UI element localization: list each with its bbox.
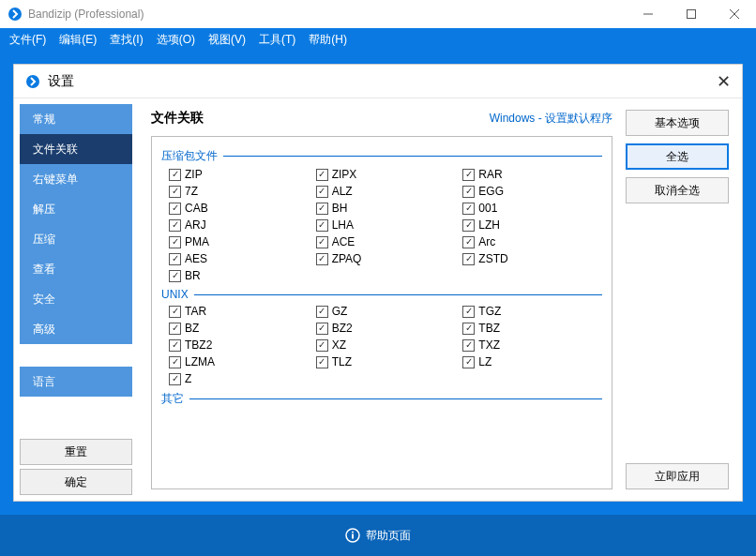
file-assoc-list[interactable]: 压缩包文件ZIPZIPXRAR7ZALZEGGCABBH001ARJLHALZH…	[151, 136, 612, 489]
ok-button[interactable]: 确定	[20, 469, 132, 495]
checkbox-label: LZH	[478, 218, 500, 232]
content-main: 文件关联 Windows - 设置默认程序 压缩包文件ZIPZIPXRAR7ZA…	[151, 110, 612, 489]
checkbox-item[interactable]: ACE	[316, 235, 456, 248]
main-area: 设置 ✕ 常规文件关联右键菜单解压压缩查看安全高级语言 重置 确定 文件关联 W…	[0, 51, 756, 515]
dialog-icon	[25, 74, 40, 89]
checkbox-item[interactable]: TLZ	[316, 355, 456, 368]
dialog-close-button[interactable]: ✕	[717, 71, 731, 92]
checkbox-icon	[169, 270, 181, 282]
checkbox-item[interactable]: EGG	[462, 185, 602, 198]
menu-tools[interactable]: 工具(T)	[259, 32, 295, 48]
sidebar-item[interactable]: 安全	[20, 284, 132, 314]
checkbox-item[interactable]: TAR	[169, 305, 309, 318]
sidebar-item[interactable]: 解压	[20, 194, 132, 224]
checkbox-icon	[169, 186, 181, 198]
checkbox-item[interactable]: CAB	[169, 202, 309, 215]
checkbox-item[interactable]: 7Z	[169, 185, 309, 198]
menu-options[interactable]: 选项(O)	[157, 32, 195, 48]
checkbox-item[interactable]: GZ	[316, 305, 456, 318]
checkbox-label: XZ	[332, 338, 346, 352]
checkbox-item[interactable]: ALZ	[316, 185, 456, 198]
checkbox-label: 7Z	[185, 185, 198, 198]
menu-help[interactable]: 帮助(H)	[309, 32, 347, 48]
checkbox-item[interactable]: BH	[316, 202, 456, 215]
checkbox-item[interactable]: ZPAQ	[316, 252, 456, 265]
sidebar-item[interactable]: 右键菜单	[20, 164, 132, 194]
checkbox-icon	[169, 253, 181, 265]
footer[interactable]: 帮助页面	[0, 515, 756, 556]
checkbox-label: Z	[185, 372, 191, 385]
checkbox-icon	[169, 169, 181, 181]
checkbox-item[interactable]: ZIP	[169, 168, 309, 181]
checkbox-item[interactable]: LZ	[462, 355, 602, 368]
checkbox-item[interactable]: BZ2	[316, 322, 456, 335]
checkbox-label: ALZ	[332, 185, 353, 198]
checkbox-item[interactable]: LZMA	[169, 355, 309, 368]
checkbox-label: TBZ	[478, 322, 500, 335]
checkbox-item[interactable]: TBZ2	[169, 338, 309, 352]
checkbox-label: TLZ	[332, 355, 352, 368]
checkbox-item[interactable]: LHA	[316, 218, 456, 232]
checkbox-icon	[462, 203, 475, 215]
menu-edit[interactable]: 编辑(E)	[59, 32, 97, 48]
reset-button[interactable]: 重置	[20, 439, 132, 465]
checkbox-grid: ZIPZIPXRAR7ZALZEGGCABBH001ARJLHALZHPMAAC…	[161, 168, 602, 282]
content-title: 文件关联	[151, 110, 490, 127]
checkbox-item[interactable]: ZIPX	[316, 168, 456, 181]
checkbox-item[interactable]: RAR	[462, 168, 602, 181]
checkbox-item[interactable]: ARJ	[169, 218, 309, 232]
menu-view[interactable]: 视图(V)	[208, 32, 246, 48]
group-label: 其它	[161, 391, 602, 407]
checkbox-item[interactable]: XZ	[316, 338, 456, 352]
checkbox-label: ARJ	[185, 218, 206, 232]
minimize-button[interactable]	[627, 0, 670, 28]
checkbox-item[interactable]: AES	[169, 252, 309, 265]
checkbox-item[interactable]: BZ	[169, 322, 309, 335]
sidebar-item[interactable]: 压缩	[20, 224, 132, 254]
checkbox-icon	[169, 323, 181, 335]
checkbox-icon	[316, 356, 328, 368]
checkbox-item[interactable]: BR	[169, 269, 309, 282]
sidebar-item[interactable]: 查看	[20, 254, 132, 284]
sidebar-item[interactable]: 文件关联	[20, 134, 132, 164]
sidebar-item[interactable]: 高级	[20, 314, 132, 344]
close-button[interactable]	[713, 0, 756, 28]
checkbox-item[interactable]: ZSTD	[462, 252, 602, 265]
checkbox-item[interactable]: PMA	[169, 235, 309, 248]
checkbox-label: CAB	[185, 202, 208, 215]
menu-file[interactable]: 文件(F)	[9, 32, 46, 48]
checkbox-icon	[462, 219, 475, 232]
checkbox-icon	[169, 203, 181, 215]
checkbox-icon	[316, 306, 328, 318]
checkbox-label: EGG	[478, 185, 504, 198]
checkbox-item[interactable]: Z	[169, 372, 309, 385]
titlebar: Bandizip (Professional)	[0, 0, 756, 28]
checkbox-label: LZ	[478, 355, 491, 368]
basic-options-button[interactable]: 基本选项	[626, 110, 729, 136]
checkbox-icon	[462, 339, 475, 352]
content-header: 文件关联 Windows - 设置默认程序	[151, 110, 612, 127]
windows-default-link[interactable]: Windows - 设置默认程序	[490, 111, 612, 127]
sidebar-item[interactable]: 语言	[20, 367, 132, 397]
deselect-all-button[interactable]: 取消全选	[626, 177, 729, 203]
checkbox-item[interactable]: LZH	[462, 218, 602, 232]
checkbox-item[interactable]: TBZ	[462, 322, 602, 335]
select-all-button[interactable]: 全选	[626, 143, 729, 170]
checkbox-label: BZ2	[332, 322, 353, 335]
checkbox-item[interactable]: TXZ	[462, 338, 602, 352]
checkbox-icon	[462, 169, 475, 181]
checkbox-icon	[462, 356, 475, 368]
maximize-button[interactable]	[670, 0, 713, 28]
app-icon	[8, 7, 23, 22]
menu-find[interactable]: 查找(I)	[110, 32, 143, 48]
checkbox-label: Arc	[478, 235, 495, 248]
checkbox-icon	[169, 306, 181, 318]
checkbox-label: RAR	[478, 168, 502, 181]
checkbox-item[interactable]: 001	[462, 202, 602, 215]
checkbox-item[interactable]: TGZ	[462, 305, 602, 318]
checkbox-item[interactable]: Arc	[462, 235, 602, 248]
dialog-titlebar: 设置 ✕	[14, 65, 742, 98]
checkbox-icon	[462, 186, 475, 198]
apply-button[interactable]: 立即应用	[626, 463, 729, 489]
sidebar-item[interactable]: 常规	[20, 104, 132, 134]
